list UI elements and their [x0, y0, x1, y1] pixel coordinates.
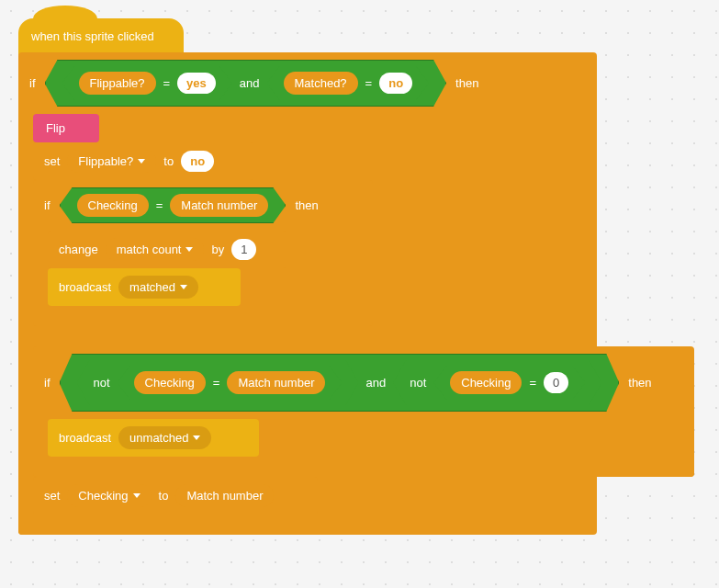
- if-keyword: if: [44, 198, 51, 212]
- if1-foot: [18, 514, 514, 535]
- if-keyword: if: [44, 376, 51, 390]
- set-checking-block[interactable]: set Checking to Match number: [33, 477, 318, 514]
- flip-label: Flip: [46, 121, 65, 135]
- if-block-2[interactable]: if Checking = Match number then change m…: [33, 180, 373, 326]
- var-checking[interactable]: Checking: [77, 194, 149, 217]
- bool-eq-left[interactable]: Flippable? = yes: [62, 66, 232, 100]
- var-matchnumber[interactable]: Match number: [175, 484, 274, 507]
- if3-foot: [33, 457, 694, 477]
- if-block-3[interactable]: if not Checking = Match number and: [33, 346, 694, 477]
- if2-body: change match count by 1 broadcast matche…: [48, 231, 373, 306]
- bool-eq-right[interactable]: Matched? = no: [267, 66, 430, 100]
- var-matchnumber[interactable]: Match number: [227, 371, 325, 394]
- literal-yes[interactable]: yes: [177, 73, 216, 94]
- not-op: not: [94, 376, 110, 390]
- var-checking[interactable]: Checking: [450, 371, 522, 394]
- eq-op: =: [529, 376, 536, 390]
- var-checking[interactable]: Checking: [134, 371, 206, 394]
- not-op: not: [410, 376, 426, 390]
- bool-not-right[interactable]: not Checking = 0: [393, 360, 601, 405]
- if1-body: Flip set Flippable? to no if Checking = …: [33, 114, 597, 514]
- broadcast-matched-block[interactable]: broadcast matched: [48, 268, 241, 306]
- literal-no[interactable]: no: [181, 151, 214, 172]
- script-container: when this sprite clicked if Flippable? =…: [18, 18, 698, 535]
- if-block-1[interactable]: if Flippable? = yes and Matched? = no th…: [18, 52, 597, 535]
- bool-and[interactable]: Flippable? = yes and Matched? = no: [45, 60, 447, 107]
- literal-1[interactable]: 1: [231, 239, 256, 260]
- to-keyword: to: [159, 489, 169, 503]
- if3-header: if not Checking = Match number and: [33, 346, 694, 419]
- bool-and-outer[interactable]: not Checking = Match number and not Che: [60, 354, 620, 412]
- dropdown-matched[interactable]: matched: [118, 276, 198, 299]
- if3-body: broadcast unmatched: [48, 419, 694, 457]
- dropdown-unmatched[interactable]: unmatched: [118, 426, 211, 449]
- then-keyword: then: [455, 76, 478, 90]
- eq-op: =: [365, 76, 373, 90]
- custom-block-flip[interactable]: Flip: [33, 114, 99, 142]
- broadcast-unmatched-block[interactable]: broadcast unmatched: [48, 419, 259, 457]
- change-block[interactable]: change match count by 1: [48, 231, 286, 268]
- bool-eq-inner-left[interactable]: Checking = Match number: [118, 366, 343, 400]
- to-keyword: to: [163, 154, 174, 168]
- bool-not-left[interactable]: not Checking = Match number: [77, 360, 359, 405]
- and-op: and: [365, 376, 386, 390]
- dropdown-checking[interactable]: Checking: [67, 484, 151, 507]
- broadcast-keyword: broadcast: [59, 431, 111, 445]
- hat-label: when this sprite clicked: [31, 29, 154, 43]
- var-matchnumber[interactable]: Match number: [170, 194, 268, 217]
- set-flippable-block[interactable]: set Flippable? to no: [33, 142, 253, 180]
- then-keyword: then: [628, 376, 651, 390]
- var-matched[interactable]: Matched?: [284, 72, 358, 95]
- eq-op: =: [156, 198, 163, 212]
- spacer: [33, 326, 373, 346]
- by-keyword: by: [211, 243, 224, 256]
- if-keyword: if: [29, 76, 36, 90]
- bool-eq[interactable]: Checking = Match number: [60, 187, 286, 223]
- eq-op: =: [213, 376, 220, 390]
- and-op: and: [240, 76, 260, 90]
- set-keyword: set: [44, 154, 60, 168]
- broadcast-keyword: broadcast: [59, 280, 111, 294]
- dropdown-matchcount[interactable]: match count: [106, 238, 205, 261]
- literal-no[interactable]: no: [379, 73, 412, 94]
- var-flippable[interactable]: Flippable?: [79, 72, 156, 95]
- set-keyword: set: [44, 489, 60, 503]
- change-keyword: change: [59, 243, 98, 256]
- then-keyword: then: [295, 198, 318, 212]
- dropdown-flippable[interactable]: Flippable?: [67, 150, 156, 173]
- if1-header: if Flippable? = yes and Matched? = no th…: [18, 52, 597, 114]
- literal-0[interactable]: 0: [544, 372, 568, 393]
- eq-op: =: [163, 76, 171, 90]
- if2-header: if Checking = Match number then: [33, 180, 373, 231]
- bool-eq-inner-right[interactable]: Checking = 0: [433, 366, 585, 400]
- if2-foot: [33, 306, 373, 326]
